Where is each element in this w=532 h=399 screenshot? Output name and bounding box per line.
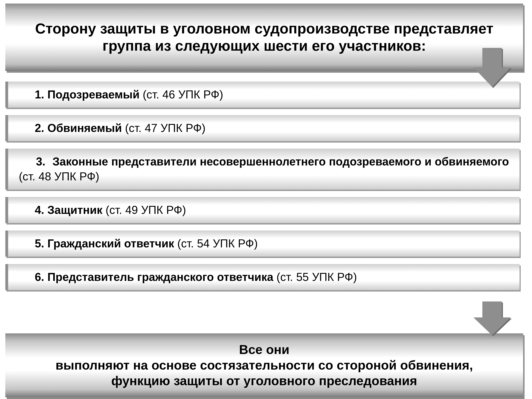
slide: Сторону защиты в уголовном судопроизводс… bbox=[0, 4, 532, 399]
item-title: Обвиняемый bbox=[47, 122, 122, 134]
slide-title: Сторону защиты в уголовном судопроизводс… bbox=[5, 20, 523, 54]
item-title: Законные представители несовершеннолетне… bbox=[52, 155, 509, 168]
list-item: 2. Обвиняемый (ст. 47 УПК РФ) bbox=[5, 115, 519, 141]
list-item: 5. Гражданский ответчик (ст. 54 УПК РФ) bbox=[5, 231, 519, 257]
list-item: 6. Представитель гражданского ответчика … bbox=[5, 264, 519, 290]
header-wrap: Сторону защиты в уголовном судопроизводс… bbox=[5, 4, 527, 71]
item-number: 5. bbox=[35, 237, 47, 250]
item-number: 6. bbox=[35, 271, 47, 283]
item-reference: (ст. 47 УПК РФ) bbox=[122, 122, 206, 134]
list-item: 3. Законные представители несовершенноле… bbox=[5, 149, 519, 189]
item-reference: (ст. 48 УПК РФ) bbox=[19, 170, 99, 183]
item-number: 3. bbox=[19, 154, 52, 169]
item-title: Представитель гражданского ответчика bbox=[47, 271, 273, 283]
item-number: 2. bbox=[35, 122, 47, 134]
item-title: Гражданский ответчик bbox=[47, 237, 174, 250]
footer-banner: Все они выполняют на основе состязательн… bbox=[5, 333, 523, 397]
list-item: 4. Защитник (ст. 49 УПК РФ) bbox=[5, 197, 519, 223]
item-number: 4. bbox=[35, 203, 47, 216]
arrow-down-icon bbox=[474, 301, 511, 337]
item-number: 1. bbox=[35, 88, 47, 101]
item-title: Подозреваемый bbox=[47, 88, 139, 101]
list-item: 1. Подозреваемый (ст. 46 УПК РФ) bbox=[5, 82, 519, 108]
footer-rest: выполняют на основе состязательности со … bbox=[56, 358, 473, 388]
item-reference: (ст. 55 УПК РФ) bbox=[273, 271, 357, 283]
footer-lead: Все они bbox=[239, 342, 289, 357]
item-reference: (ст. 49 УПК РФ) bbox=[102, 203, 186, 216]
header-banner: Сторону защиты в уголовном судопроизводс… bbox=[5, 4, 523, 71]
participants-list: 1. Подозреваемый (ст. 46 УПК РФ)2. Обвин… bbox=[5, 82, 527, 290]
arrow-down-icon bbox=[474, 48, 511, 89]
item-title: Защитник bbox=[47, 203, 102, 216]
item-reference: (ст. 54 УПК РФ) bbox=[174, 237, 258, 250]
item-reference: (ст. 46 УПК РФ) bbox=[139, 88, 223, 101]
footer-text: Все они выполняют на основе состязательн… bbox=[5, 342, 523, 388]
